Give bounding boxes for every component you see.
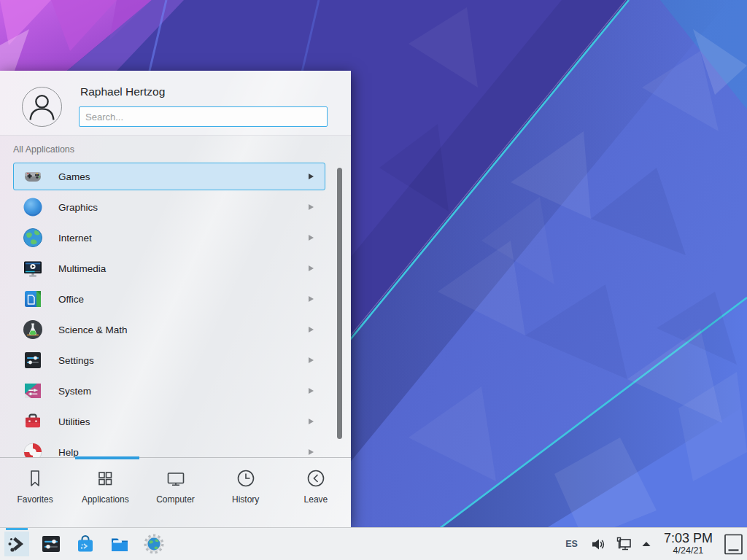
- category-label: Utilities: [58, 416, 309, 427]
- tab-favorites[interactable]: Favorites: [0, 458, 70, 527]
- kde-kickoff-icon: [5, 532, 28, 556]
- category-system[interactable]: System: [13, 377, 325, 405]
- sliders-icon: [23, 350, 43, 370]
- document-icon: [23, 289, 43, 309]
- folder-icon: [108, 532, 131, 556]
- user-name: Raphael Hertzog: [80, 85, 165, 98]
- category-utilities[interactable]: Utilities: [13, 408, 325, 435]
- category-graphics[interactable]: Graphics: [13, 193, 325, 221]
- section-label: All Applications: [13, 144, 74, 155]
- submenu-arrow-icon: [309, 174, 314, 179]
- active-tab-indicator: [75, 456, 139, 459]
- grid-icon: [94, 467, 116, 489]
- category-label: Internet: [58, 233, 309, 244]
- blue-sphere-icon: [23, 197, 43, 217]
- keyboard-layout-indicator[interactable]: ES: [565, 539, 578, 549]
- tab-label: Favorites: [17, 494, 53, 505]
- tab-history[interactable]: History: [211, 458, 281, 527]
- submenu-arrow-icon: [309, 449, 314, 455]
- toolbox-icon: [23, 411, 43, 432]
- tab-label: Leave: [304, 494, 328, 505]
- taskbar-apps: [4, 532, 166, 556]
- globe-icon: [23, 228, 43, 248]
- show-desktop-button[interactable]: [724, 532, 743, 556]
- clock-time: 7:03 PM: [664, 532, 713, 546]
- tab-label: History: [232, 494, 259, 505]
- category-label: Games: [58, 171, 309, 182]
- submenu-arrow-icon: [309, 419, 314, 424]
- category-label: Graphics: [58, 202, 309, 213]
- tab-applications[interactable]: Applications: [70, 458, 140, 527]
- submenu-arrow-icon: [309, 204, 314, 210]
- volume-icon[interactable]: [590, 537, 605, 552]
- system-sliders-icon: [23, 381, 43, 401]
- taskbar-app-launcher[interactable]: [4, 532, 29, 556]
- submenu-arrow-icon: [309, 388, 314, 394]
- taskbar-panel: ES 7:03 PM 4/24/21: [0, 527, 747, 560]
- clock-date: 4/24/21: [664, 546, 713, 556]
- taskbar-app-discover[interactable]: [73, 532, 98, 556]
- submenu-arrow-icon: [309, 235, 314, 241]
- flask-icon: [23, 319, 43, 340]
- category-label: Science & Math: [58, 324, 309, 335]
- launcher-tabbar: Favorites Applications Computer: [0, 457, 351, 527]
- tab-computer[interactable]: Computer: [140, 458, 210, 527]
- tray-expander-caret-icon[interactable]: [641, 540, 651, 548]
- leave-circle-icon: [305, 467, 327, 489]
- category-help[interactable]: Help: [13, 438, 325, 457]
- submenu-arrow-icon: [309, 357, 314, 363]
- category-label: Help: [58, 447, 309, 458]
- system-tray: ES 7:03 PM 4/24/21: [565, 528, 743, 560]
- category-label: System: [58, 386, 309, 397]
- category-label: Multimedia: [58, 263, 309, 274]
- tab-leave[interactable]: Leave: [281, 458, 351, 527]
- category-settings[interactable]: Settings: [13, 346, 325, 374]
- globe-gear-icon: [142, 532, 166, 556]
- user-avatar[interactable]: [22, 87, 62, 127]
- wired-network-icon[interactable]: [616, 536, 632, 552]
- search-input[interactable]: [79, 106, 328, 127]
- category-science-math[interactable]: Science & Math: [13, 316, 325, 343]
- tab-label: Computer: [156, 494, 195, 505]
- user-icon: [23, 87, 61, 127]
- category-label: Office: [58, 294, 309, 305]
- tab-label: Applications: [82, 494, 129, 505]
- monitor-icon: [165, 467, 187, 489]
- media-player-icon: [23, 258, 43, 279]
- submenu-arrow-icon: [309, 296, 314, 302]
- category-list: Games Graphics Internet: [13, 163, 325, 457]
- system-settings-icon: [39, 532, 63, 556]
- taskbar-app-browser[interactable]: [142, 532, 166, 556]
- list-scrollbar[interactable]: [337, 168, 342, 439]
- gamepad-icon: [23, 166, 43, 187]
- lifebuoy-icon: [23, 442, 43, 457]
- discover-bag-icon: [74, 532, 97, 556]
- active-app-indicator: [6, 528, 28, 530]
- bookmark-icon: [24, 467, 46, 489]
- taskbar-app-file-manager[interactable]: [107, 532, 132, 556]
- clock-icon: [235, 467, 257, 489]
- category-label: Settings: [58, 355, 309, 366]
- application-launcher-menu: Raphael Hertzog All Applications Games: [0, 71, 351, 527]
- launcher-header: Raphael Hertzog: [0, 71, 351, 136]
- category-internet[interactable]: Internet: [13, 224, 325, 252]
- digital-clock[interactable]: 7:03 PM 4/24/21: [664, 532, 713, 556]
- category-multimedia[interactable]: Multimedia: [13, 254, 325, 282]
- category-games[interactable]: Games: [13, 163, 325, 190]
- submenu-arrow-icon: [309, 265, 314, 271]
- category-office[interactable]: Office: [13, 285, 325, 313]
- submenu-arrow-icon: [309, 327, 314, 332]
- taskbar-app-system-settings[interactable]: [39, 532, 63, 556]
